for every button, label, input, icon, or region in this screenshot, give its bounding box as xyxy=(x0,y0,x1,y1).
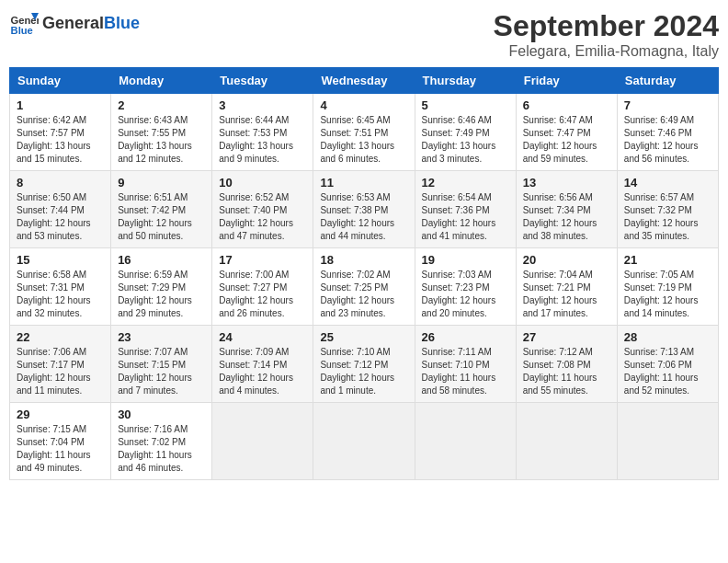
day-detail: Sunrise: 7:12 AM Sunset: 7:08 PM Dayligh… xyxy=(523,346,610,397)
day-detail: Sunrise: 6:45 AM Sunset: 7:51 PM Dayligh… xyxy=(320,114,407,166)
day-detail: Sunrise: 6:59 AM Sunset: 7:29 PM Dayligh… xyxy=(118,269,205,320)
day-detail: Sunrise: 6:43 AM Sunset: 7:55 PM Dayligh… xyxy=(118,114,205,166)
day-number: 26 xyxy=(422,330,509,344)
day-number: 9 xyxy=(118,176,205,190)
day-number: 3 xyxy=(219,98,306,112)
day-cell: 12 Sunrise: 6:54 AM Sunset: 7:36 PM Dayl… xyxy=(415,171,516,248)
day-number: 20 xyxy=(523,253,610,267)
day-detail: Sunrise: 7:11 AM Sunset: 7:10 PM Dayligh… xyxy=(422,346,509,397)
day-number: 28 xyxy=(624,330,711,344)
day-detail: Sunrise: 6:42 AM Sunset: 7:57 PM Dayligh… xyxy=(17,114,104,166)
header-day-friday: Friday xyxy=(516,68,617,94)
day-number: 2 xyxy=(118,98,205,112)
day-cell: 29 Sunrise: 7:15 AM Sunset: 7:04 PM Dayl… xyxy=(10,403,111,480)
day-cell: 26 Sunrise: 7:11 AM Sunset: 7:10 PM Dayl… xyxy=(415,326,516,403)
day-cell: 4 Sunrise: 6:45 AM Sunset: 7:51 PM Dayli… xyxy=(313,94,415,171)
header-day-monday: Monday xyxy=(111,68,212,94)
day-cell: 7 Sunrise: 6:49 AM Sunset: 7:46 PM Dayli… xyxy=(617,94,718,171)
day-cell: 1 Sunrise: 6:42 AM Sunset: 7:57 PM Dayli… xyxy=(10,94,111,171)
day-cell: 23 Sunrise: 7:07 AM Sunset: 7:15 PM Dayl… xyxy=(111,326,212,403)
day-number: 30 xyxy=(118,408,205,421)
day-detail: Sunrise: 7:07 AM Sunset: 7:15 PM Dayligh… xyxy=(118,346,205,397)
day-number: 21 xyxy=(624,253,711,267)
day-detail: Sunrise: 6:52 AM Sunset: 7:40 PM Dayligh… xyxy=(219,191,306,243)
day-cell: 27 Sunrise: 7:12 AM Sunset: 7:08 PM Dayl… xyxy=(516,326,617,403)
day-detail: Sunrise: 7:02 AM Sunset: 7:25 PM Dayligh… xyxy=(320,269,407,320)
day-cell: 18 Sunrise: 7:02 AM Sunset: 7:25 PM Dayl… xyxy=(313,248,415,326)
week-row-1: 1 Sunrise: 6:42 AM Sunset: 7:57 PM Dayli… xyxy=(10,94,719,171)
week-row-5: 29 Sunrise: 7:15 AM Sunset: 7:04 PM Dayl… xyxy=(10,403,719,480)
day-number: 7 xyxy=(624,98,711,112)
week-row-4: 22 Sunrise: 7:06 AM Sunset: 7:17 PM Dayl… xyxy=(10,326,719,403)
day-number: 17 xyxy=(219,253,306,267)
svg-text:Blue: Blue xyxy=(11,25,33,36)
day-cell: 19 Sunrise: 7:03 AM Sunset: 7:23 PM Dayl… xyxy=(415,248,516,326)
day-cell xyxy=(415,403,516,480)
day-cell xyxy=(313,403,415,480)
header-day-wednesday: Wednesday xyxy=(313,68,415,94)
day-cell: 11 Sunrise: 6:53 AM Sunset: 7:38 PM Dayl… xyxy=(313,171,415,248)
day-cell: 3 Sunrise: 6:44 AM Sunset: 7:53 PM Dayli… xyxy=(212,94,313,171)
day-number: 13 xyxy=(523,176,610,190)
day-detail: Sunrise: 6:57 AM Sunset: 7:32 PM Dayligh… xyxy=(624,191,711,243)
location-title: Felegara, Emilia-Romagna, Italy xyxy=(494,43,719,60)
day-number: 4 xyxy=(320,98,407,112)
day-detail: Sunrise: 6:46 AM Sunset: 7:49 PM Dayligh… xyxy=(422,114,509,166)
logo-icon: General Blue xyxy=(9,9,39,39)
day-number: 1 xyxy=(17,98,104,112)
day-cell: 20 Sunrise: 7:04 AM Sunset: 7:21 PM Dayl… xyxy=(516,248,617,326)
day-detail: Sunrise: 6:50 AM Sunset: 7:44 PM Dayligh… xyxy=(17,191,104,243)
day-cell: 17 Sunrise: 7:00 AM Sunset: 7:27 PM Dayl… xyxy=(212,248,313,326)
day-number: 11 xyxy=(320,176,407,190)
day-cell: 15 Sunrise: 6:58 AM Sunset: 7:31 PM Dayl… xyxy=(10,248,111,326)
header-area: General Blue GeneralBlue September 2024 … xyxy=(9,9,719,60)
day-detail: Sunrise: 7:16 AM Sunset: 7:02 PM Dayligh… xyxy=(118,423,205,475)
day-detail: Sunrise: 7:15 AM Sunset: 7:04 PM Dayligh… xyxy=(17,423,104,475)
header-day-tuesday: Tuesday xyxy=(212,68,313,94)
day-cell: 25 Sunrise: 7:10 AM Sunset: 7:12 PM Dayl… xyxy=(313,326,415,403)
logo-text: GeneralBlue xyxy=(42,15,140,33)
day-detail: Sunrise: 6:53 AM Sunset: 7:38 PM Dayligh… xyxy=(320,191,407,243)
day-detail: Sunrise: 7:05 AM Sunset: 7:19 PM Dayligh… xyxy=(624,269,711,320)
day-cell: 14 Sunrise: 6:57 AM Sunset: 7:32 PM Dayl… xyxy=(617,171,718,248)
day-detail: Sunrise: 6:51 AM Sunset: 7:42 PM Dayligh… xyxy=(118,191,205,243)
day-cell: 13 Sunrise: 6:56 AM Sunset: 7:34 PM Dayl… xyxy=(516,171,617,248)
day-number: 15 xyxy=(17,253,104,267)
day-number: 23 xyxy=(118,330,205,344)
day-cell: 5 Sunrise: 6:46 AM Sunset: 7:49 PM Dayli… xyxy=(415,94,516,171)
day-detail: Sunrise: 6:54 AM Sunset: 7:36 PM Dayligh… xyxy=(422,191,509,243)
day-cell: 2 Sunrise: 6:43 AM Sunset: 7:55 PM Dayli… xyxy=(111,94,212,171)
day-cell: 30 Sunrise: 7:16 AM Sunset: 7:02 PM Dayl… xyxy=(111,403,212,480)
day-number: 8 xyxy=(17,176,104,190)
day-detail: Sunrise: 7:09 AM Sunset: 7:14 PM Dayligh… xyxy=(219,346,306,397)
day-detail: Sunrise: 6:58 AM Sunset: 7:31 PM Dayligh… xyxy=(17,269,104,320)
day-cell: 10 Sunrise: 6:52 AM Sunset: 7:40 PM Dayl… xyxy=(212,171,313,248)
day-cell: 16 Sunrise: 6:59 AM Sunset: 7:29 PM Dayl… xyxy=(111,248,212,326)
day-number: 16 xyxy=(118,253,205,267)
day-detail: Sunrise: 7:06 AM Sunset: 7:17 PM Dayligh… xyxy=(17,346,104,397)
day-detail: Sunrise: 7:10 AM Sunset: 7:12 PM Dayligh… xyxy=(320,346,407,397)
header-day-thursday: Thursday xyxy=(415,68,516,94)
day-number: 5 xyxy=(422,98,509,112)
day-number: 6 xyxy=(523,98,610,112)
calendar-table: SundayMondayTuesdayWednesdayThursdayFrid… xyxy=(9,67,719,480)
day-number: 22 xyxy=(17,330,104,344)
day-detail: Sunrise: 7:03 AM Sunset: 7:23 PM Dayligh… xyxy=(422,269,509,320)
day-number: 24 xyxy=(219,330,306,344)
day-cell xyxy=(617,403,718,480)
day-number: 10 xyxy=(219,176,306,190)
day-number: 18 xyxy=(320,253,407,267)
day-detail: Sunrise: 6:56 AM Sunset: 7:34 PM Dayligh… xyxy=(523,191,610,243)
day-cell: 9 Sunrise: 6:51 AM Sunset: 7:42 PM Dayli… xyxy=(111,171,212,248)
day-number: 29 xyxy=(17,408,104,421)
day-detail: Sunrise: 6:44 AM Sunset: 7:53 PM Dayligh… xyxy=(219,114,306,166)
logo: General Blue GeneralBlue xyxy=(9,9,140,39)
title-area: September 2024 Felegara, Emilia-Romagna,… xyxy=(494,9,719,60)
day-detail: Sunrise: 6:49 AM Sunset: 7:46 PM Dayligh… xyxy=(624,114,711,166)
day-number: 14 xyxy=(624,176,711,190)
day-number: 19 xyxy=(422,253,509,267)
header-row: SundayMondayTuesdayWednesdayThursdayFrid… xyxy=(10,68,719,94)
day-cell xyxy=(212,403,313,480)
day-detail: Sunrise: 7:04 AM Sunset: 7:21 PM Dayligh… xyxy=(523,269,610,320)
month-title: September 2024 xyxy=(494,9,719,43)
